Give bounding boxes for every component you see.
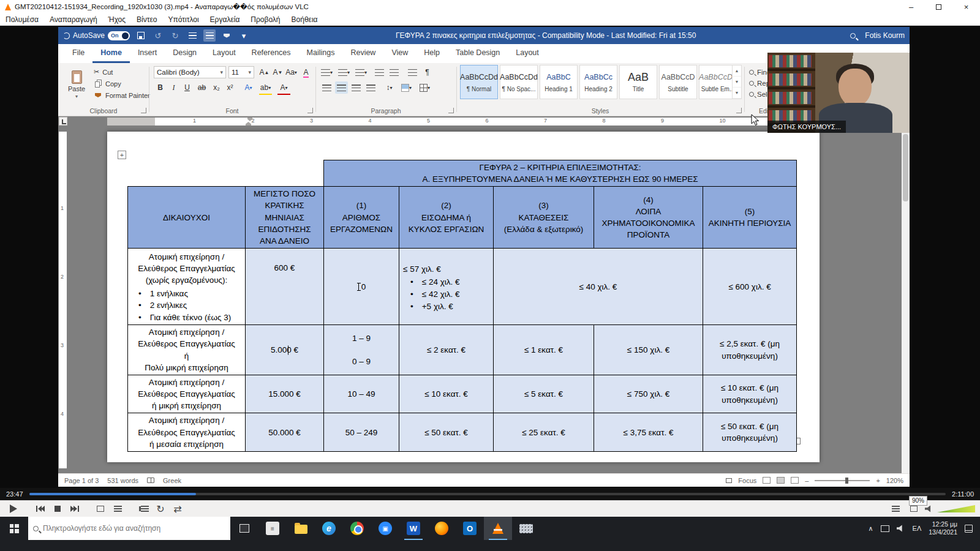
tab-file[interactable]: File (64, 44, 92, 63)
vlc-menu-item[interactable]: Ήχος (103, 13, 132, 26)
tab-layout[interactable]: Layout (205, 44, 244, 63)
cell-deposits-4[interactable]: ≤ 25 εκατ. € (494, 413, 594, 451)
underline-button[interactable]: U (181, 81, 194, 94)
tab-help[interactable]: Help (416, 44, 448, 63)
read-mode-button[interactable] (763, 477, 771, 484)
numbering-button[interactable]: ▾ (337, 66, 350, 78)
speaker-icon[interactable] (925, 505, 933, 512)
tab-review[interactable]: Review (342, 44, 383, 63)
vlc-taskbar-button[interactable] (484, 517, 512, 540)
cell-deposits-2[interactable]: ≤ 1 εκατ. € (494, 325, 594, 375)
close-button[interactable]: × (952, 0, 980, 13)
text-effects-button[interactable]: A▾ (242, 81, 255, 94)
edge-button[interactable]: e (315, 517, 343, 540)
cell-property-4[interactable]: ≤ 50 εκατ. € (μη υποθηκευμένη) (703, 413, 797, 451)
scrollbar-thumb[interactable] (903, 134, 908, 201)
outlook-button[interactable]: O (456, 517, 484, 540)
clear-formatting-button[interactable]: A (300, 66, 312, 78)
fullscreen-button[interactable] (93, 502, 108, 515)
keyboard-button[interactable] (512, 517, 540, 540)
subscript-button[interactable]: x₂ (210, 81, 223, 94)
language-switcher[interactable]: ΕΛ (913, 525, 922, 532)
stop-button[interactable] (50, 502, 65, 515)
taskbar-search[interactable] (28, 517, 230, 540)
tab-home[interactable]: Home (92, 44, 130, 63)
web-layout-button[interactable] (791, 477, 799, 484)
vertical-scrollbar[interactable] (902, 127, 910, 473)
style-no-spacing[interactable]: AaBbCcDd¶ No Spac... (500, 65, 538, 99)
video-area[interactable]: AutoSave On ↺ ↻ ▾ ΓΕΦΥΡΑ 2 πινακες κριτη… (0, 26, 980, 488)
zoom-app-button[interactable]: ▣ (371, 517, 399, 540)
hidden-icons-button[interactable]: ∧ (869, 525, 873, 533)
zoom-out-button[interactable]: – (805, 477, 809, 484)
cell-employees-2[interactable]: 1 – 9 0 – 9 (324, 325, 399, 375)
print-layout-button[interactable] (777, 477, 785, 484)
align-right-button[interactable] (350, 81, 363, 94)
zoom-thumb[interactable] (845, 478, 848, 484)
tab-table-layout[interactable]: Layout (508, 44, 547, 63)
font-size-select[interactable]: 11 ▾ (228, 66, 254, 78)
cell-other-3[interactable]: ≤ 750 χιλ. € (594, 375, 703, 413)
file-explorer-button[interactable] (287, 517, 315, 540)
cell-income-1[interactable]: ≤ 57 χιλ. € ≤ 24 χιλ. €≤ 42 χιλ. €+5 χιλ… (399, 249, 494, 325)
styles-dialog-launcher[interactable] (736, 108, 742, 113)
task-view-button[interactable] (230, 517, 258, 540)
cell-other-4[interactable]: ≤ 3,75 εκατ. € (594, 413, 703, 451)
vlc-menu-item[interactable]: Βοήθεια (286, 13, 323, 26)
maximize-button[interactable] (925, 0, 952, 13)
language-indicator[interactable]: Greek (163, 477, 181, 484)
zoom-slider[interactable] (815, 480, 870, 481)
cell-property-2[interactable]: ≤ 2,5 εκατ. € (μη υποθηκευμένη) (703, 325, 797, 375)
search-button[interactable] (846, 29, 859, 42)
extended-settings-button[interactable] (110, 502, 125, 515)
cell-name-4[interactable]: Ατομική επιχείρηση / Ελεύθερος Επαγγελμα… (128, 413, 246, 451)
start-button[interactable] (0, 517, 28, 540)
proofing-icon[interactable] (147, 478, 154, 483)
superscript-button[interactable]: x² (224, 81, 236, 94)
undo-button[interactable]: ↺ (152, 29, 164, 42)
style-heading2[interactable]: AaBbCcHeading 2 (579, 65, 617, 99)
app-generic-button[interactable]: ≡ (258, 517, 287, 540)
header-deposits[interactable]: (3) ΚΑΤΑΘΕΣΕΙΣ (Ελλάδα & εξωτερικό) (494, 187, 594, 249)
gallery-up-button[interactable]: ▲ (733, 66, 741, 77)
header-real-estate[interactable]: (5) ΑΚΙΝΗΤΗ ΠΕΡΙΟΥΣΙΑ (703, 187, 797, 249)
qat-customize-button[interactable]: ▾ (238, 29, 250, 42)
header-income[interactable]: (2) ΕΙΣΟΔΗΜΑ ή ΚΥΚΛΟΣ ΕΡΓΑΣΙΩΝ (399, 187, 494, 249)
document-page[interactable]: + ΓΕΦΥΡΑ 2 – ΚΡΙΤΗΡΙΑ ΕΠΙΛΕΞΙΜΟΤΗΤΑΣ: Α.… (107, 132, 820, 462)
tab-view[interactable]: View (383, 44, 416, 63)
tab-selector[interactable] (59, 117, 67, 126)
justify-button[interactable] (364, 81, 377, 94)
word-app-button[interactable]: W (399, 517, 428, 540)
volume-slider[interactable] (937, 505, 975, 512)
play-button[interactable] (5, 502, 22, 515)
grow-font-button[interactable]: A▲ (258, 66, 271, 78)
copy-button[interactable]: Copy (92, 78, 150, 89)
page-indicator[interactable]: Page 1 of 3 (64, 477, 99, 484)
qat-painter-button[interactable] (221, 29, 233, 42)
volume-tray-icon[interactable] (897, 525, 905, 532)
cell-income-2[interactable]: ≤ 2 εκατ. € (399, 325, 494, 375)
cell-deposits-1[interactable]: ≤ 40 χιλ. € (494, 249, 703, 325)
change-case-button[interactable]: Aa▾ (285, 66, 298, 78)
vlc-menu-item[interactable]: Αναπαραγωγή (44, 13, 103, 26)
search-input[interactable] (43, 524, 225, 533)
autosave-toggle[interactable]: On (108, 31, 130, 40)
shading-button[interactable]: ▾ (400, 81, 413, 94)
cell-property-1[interactable]: ≤ 600 χιλ. € (703, 249, 797, 325)
chrome-button[interactable] (343, 517, 371, 540)
header-employees[interactable]: (1) ΑΡΙΘΜΟΣ ΕΡΓΑΖΟΜΕΝΩΝ (324, 187, 399, 249)
vlc-menu-item[interactable]: Υπότιτλοι (163, 13, 205, 26)
header-max-subsidy[interactable]: ΜΕΓΙΣΤΟ ΠΟΣΟ ΚΡΑΤΙΚΗΣ ΜΗΝΙΑΙΑΣ ΕΠΙΔΟΤΗΣΗ… (246, 187, 324, 249)
minimize-button[interactable]: – (897, 0, 925, 13)
zoom-in-button[interactable]: + (876, 477, 880, 484)
account-name[interactable]: Fotis Kourm (865, 31, 905, 40)
clipboard-dialog-launcher[interactable] (141, 108, 146, 113)
tab-insert[interactable]: Insert (130, 44, 165, 63)
firefox-button[interactable] (428, 517, 456, 540)
tab-references[interactable]: References (244, 44, 299, 63)
focus-label[interactable]: Focus (738, 477, 756, 484)
bold-button[interactable]: B (154, 81, 167, 94)
cell-name-2[interactable]: Ατομική επιχείρηση / Ελεύθερος Επαγγελμα… (128, 325, 246, 375)
font-dialog-launcher[interactable] (307, 108, 313, 113)
shrink-font-button[interactable]: A▼ (271, 66, 284, 78)
